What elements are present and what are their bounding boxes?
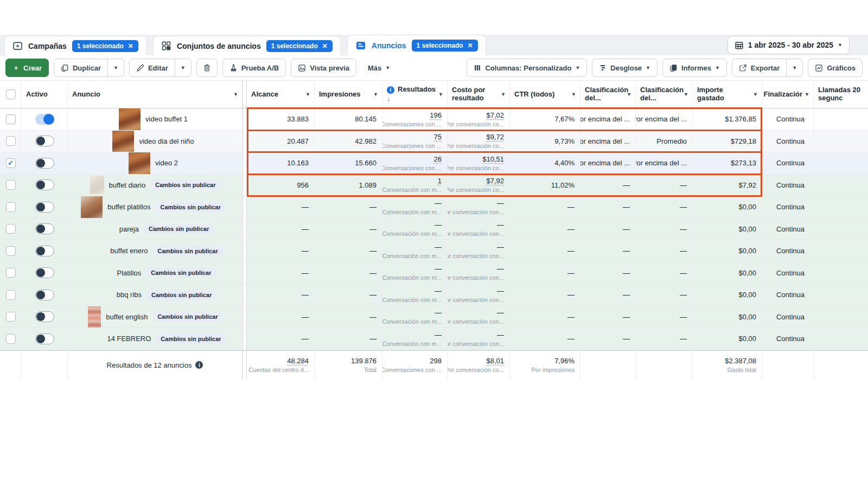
ad-name-cell[interactable]: buffet enero Cambios sin publicar bbox=[68, 240, 242, 262]
ab-test-button[interactable]: Prueba A/B bbox=[222, 59, 286, 77]
edit-dropdown-button[interactable]: ▼ bbox=[175, 59, 192, 77]
chevron-down-icon[interactable]: ▼ bbox=[571, 92, 576, 97]
ad-name-cell[interactable]: video 2 bbox=[68, 152, 242, 174]
ad-name[interactable]: buffet enero bbox=[110, 247, 148, 255]
table-row[interactable]: pareja Cambios sin publicar — — —Convers… bbox=[0, 219, 868, 241]
table-row[interactable]: buffet platillos Cambios sin publicar — … bbox=[0, 196, 868, 219]
table-row[interactable]: video buffet 1 33.883 80.145 196Conversa… bbox=[0, 108, 868, 131]
table-row[interactable]: buffet diario Cambios sin publicar 956 1… bbox=[0, 175, 868, 197]
delete-button[interactable] bbox=[196, 59, 218, 77]
ad-name-cell[interactable]: buffet english Cambios sin publicar bbox=[68, 306, 242, 328]
export-dropdown-button[interactable]: ▼ bbox=[787, 59, 803, 77]
ad-name[interactable]: video 2 bbox=[155, 159, 178, 167]
active-toggle[interactable] bbox=[35, 311, 54, 322]
info-icon[interactable]: i bbox=[387, 86, 394, 94]
active-toggle[interactable] bbox=[35, 202, 54, 213]
ad-name-cell[interactable]: bbq ribs Cambios sin publicar bbox=[68, 284, 242, 306]
chevron-down-icon[interactable]: ▼ bbox=[305, 92, 310, 97]
create-button[interactable]: ＋ Crear bbox=[5, 59, 49, 77]
ad-name-cell[interactable]: video dia del niño bbox=[68, 131, 242, 152]
export-button[interactable]: Exportar bbox=[732, 59, 787, 77]
active-toggle[interactable] bbox=[35, 246, 54, 256]
row-checkbox[interactable] bbox=[6, 268, 16, 278]
clear-selection-icon[interactable]: ✕ bbox=[468, 42, 473, 49]
active-toggle[interactable] bbox=[35, 290, 54, 300]
ad-name[interactable]: pareja bbox=[119, 225, 139, 233]
active-toggle[interactable] bbox=[35, 136, 54, 146]
breakdown-button[interactable]: Desglose ▼ bbox=[592, 59, 658, 77]
column-header-reach[interactable]: Alcance▼ bbox=[247, 81, 315, 108]
charts-button[interactable]: Gráficos bbox=[808, 59, 863, 77]
row-checkbox[interactable] bbox=[6, 312, 16, 322]
active-toggle[interactable] bbox=[35, 333, 54, 344]
tab-ad-sets[interactable]: Conjuntos de anuncios 1 seleccionado ✕ bbox=[153, 36, 341, 55]
ad-name[interactable]: bbq ribs bbox=[117, 291, 142, 299]
row-checkbox[interactable] bbox=[6, 290, 16, 300]
ad-name[interactable]: buffet platillos bbox=[107, 203, 150, 211]
column-header-cost-per-result[interactable]: Costo por resultado▼ bbox=[448, 81, 510, 108]
column-header-amount-spent[interactable]: Importe gastado▼ bbox=[693, 81, 762, 108]
row-checkbox[interactable] bbox=[6, 224, 16, 234]
chevron-down-icon[interactable]: ▼ bbox=[373, 92, 378, 97]
tab-ads-selected-badge[interactable]: 1 seleccionado ✕ bbox=[412, 40, 478, 52]
clear-selection-icon[interactable]: ✕ bbox=[322, 42, 328, 50]
columns-button[interactable]: Columnas: Personalizado ▼ bbox=[467, 59, 587, 77]
active-toggle[interactable] bbox=[35, 114, 54, 125]
row-checkbox[interactable] bbox=[6, 246, 16, 256]
chevron-down-icon[interactable]: ▼ bbox=[753, 92, 758, 97]
chevron-down-icon[interactable]: ▼ bbox=[627, 92, 631, 97]
ad-name[interactable]: buffet diario bbox=[109, 181, 146, 189]
tab-ad-sets-selected-badge[interactable]: 1 seleccionado ✕ bbox=[266, 40, 333, 52]
date-range-picker[interactable]: 1 abr 2025 - 30 abr 2025 ▼ bbox=[727, 36, 850, 54]
ad-name-cell[interactable]: buffet diario Cambios sin publicar bbox=[68, 175, 242, 196]
row-checkbox[interactable] bbox=[6, 136, 16, 146]
ad-name-cell[interactable]: Platillos Cambios sin publicar bbox=[68, 262, 242, 284]
ad-name[interactable]: Platillos bbox=[117, 269, 141, 277]
tab-campaigns-selected-badge[interactable]: 1 seleccionado ✕ bbox=[72, 40, 138, 52]
column-header-ends[interactable]: Finalizaciór▼ bbox=[762, 81, 814, 108]
column-header-engagement-ranking[interactable]: Clasificación del...▼ bbox=[636, 81, 693, 108]
chevron-down-icon[interactable]: ▼ bbox=[438, 92, 443, 97]
column-header-impressions[interactable]: Impresiones▼ bbox=[315, 81, 382, 108]
ad-name-cell[interactable]: 14 FEBRERO Cambios sin publicar bbox=[68, 328, 242, 350]
table-row[interactable]: bbq ribs Cambios sin publicar — — —Conve… bbox=[0, 284, 868, 306]
sort-descending-icon[interactable]: ↓ bbox=[387, 95, 436, 103]
ad-name-cell[interactable]: buffet platillos Cambios sin publicar bbox=[68, 196, 242, 218]
reports-button[interactable]: Informes ▼ bbox=[662, 59, 727, 77]
ad-name[interactable]: video dia del niño bbox=[139, 137, 194, 145]
column-header-quality-ranking[interactable]: Clasificación del...▼ bbox=[580, 81, 636, 108]
row-checkbox[interactable] bbox=[6, 180, 16, 190]
column-header-ctr[interactable]: CTR (todos)▼ bbox=[510, 81, 580, 108]
duplicate-dropdown-button[interactable]: ▼ bbox=[108, 59, 124, 77]
row-checkbox[interactable]: ✓ bbox=[6, 158, 16, 168]
active-toggle[interactable] bbox=[35, 267, 54, 278]
duplicate-button[interactable]: Duplicar bbox=[54, 59, 108, 77]
table-row[interactable]: buffet enero Cambios sin publicar — — —C… bbox=[0, 240, 868, 262]
column-header-ad[interactable]: Anuncio▼ bbox=[68, 81, 242, 108]
ad-name-cell[interactable]: pareja Cambios sin publicar bbox=[68, 219, 242, 240]
chevron-down-icon[interactable]: ▼ bbox=[684, 92, 688, 97]
clear-selection-icon[interactable]: ✕ bbox=[128, 42, 133, 50]
ad-name[interactable]: 14 FEBRERO bbox=[107, 335, 151, 343]
preview-button[interactable]: Vista previa bbox=[291, 59, 356, 77]
chevron-down-icon[interactable]: ▼ bbox=[805, 92, 809, 97]
row-checkbox[interactable] bbox=[6, 114, 16, 124]
table-row[interactable]: ✓ video 2 10.163 15.660 26Conversaciones… bbox=[0, 152, 868, 175]
active-toggle[interactable] bbox=[35, 179, 54, 190]
more-button[interactable]: Más ▼ bbox=[361, 59, 397, 77]
tab-campaigns[interactable]: Campañas 1 seleccionado ✕ bbox=[4, 36, 146, 55]
active-toggle[interactable] bbox=[35, 158, 54, 169]
ad-name[interactable]: video buffet 1 bbox=[145, 115, 188, 123]
table-row[interactable]: 14 FEBRERO Cambios sin publicar — — —Con… bbox=[0, 328, 868, 350]
row-checkbox[interactable] bbox=[6, 202, 16, 212]
row-checkbox[interactable] bbox=[6, 334, 16, 344]
column-header-calls[interactable]: Llamadas 20 segunc bbox=[814, 81, 868, 108]
info-icon[interactable]: i bbox=[195, 361, 203, 369]
table-row[interactable]: Platillos Cambios sin publicar — — —Conv… bbox=[0, 262, 868, 285]
tab-ads[interactable]: Anuncios 1 seleccionado ✕ bbox=[347, 35, 486, 55]
table-row[interactable]: video dia del niño 20.487 42.982 75Conve… bbox=[0, 131, 868, 153]
chevron-down-icon[interactable]: ▼ bbox=[501, 92, 506, 97]
ad-name[interactable]: buffet english bbox=[106, 313, 148, 321]
edit-button[interactable]: Editar bbox=[129, 59, 175, 77]
table-row[interactable]: buffet english Cambios sin publicar — — … bbox=[0, 306, 868, 329]
